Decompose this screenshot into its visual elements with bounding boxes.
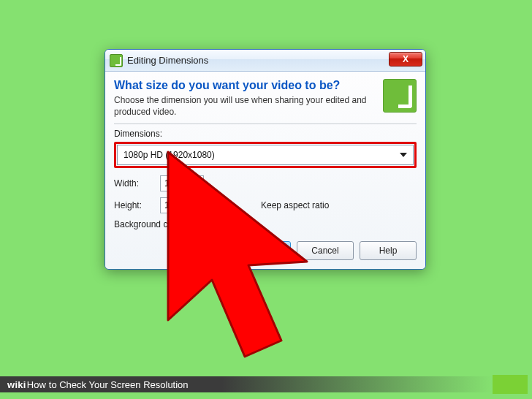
dialog-body: What size do you want your video to be? … <box>105 72 425 269</box>
dialog-heading: What size do you want your video to be? <box>114 79 376 92</box>
height-input[interactable] <box>160 197 204 213</box>
wikihow-banner: wikiHow to Check Your Screen Resolution <box>0 374 532 395</box>
width-label: Width: <box>114 178 154 189</box>
chevron-down-icon <box>400 153 407 157</box>
brand-how: How <box>27 379 46 390</box>
close-icon: X <box>403 54 408 64</box>
height-label: Height: <box>114 200 154 210</box>
dimensions-selected: 1080p HD (1920x1080) <box>123 150 215 160</box>
dimensions-highlight: 1080p HD (1920x1080) <box>114 142 417 168</box>
dimensions-label: Dimensions: <box>114 129 417 139</box>
cancel-button[interactable]: Cancel <box>297 241 354 260</box>
divider <box>114 123 417 124</box>
window-title: Editing Dimensions <box>127 55 208 66</box>
width-input[interactable] <box>160 175 204 191</box>
dialog-subheading: Choose the dimension you will use when s… <box>114 94 376 118</box>
ok-button[interactable]: OK <box>234 241 291 260</box>
camtasia-logo-icon <box>383 79 417 113</box>
camtasia-icon <box>110 54 123 67</box>
help-button[interactable]: Help <box>360 241 417 260</box>
background-color-label: Background color: <box>114 219 185 229</box>
dimensions-dropdown[interactable]: 1080p HD (1920x1080) <box>117 145 414 165</box>
close-button[interactable]: X <box>389 52 422 66</box>
editing-dimensions-dialog: Editing Dimensions X What size do you wa… <box>104 49 426 270</box>
banner-accent <box>493 375 528 394</box>
keep-aspect-label: Keep aspect ratio <box>261 200 329 210</box>
brand-wiki: wiki <box>7 379 26 390</box>
titlebar[interactable]: Editing Dimensions X <box>105 50 425 72</box>
button-row: OK Cancel Help <box>114 241 417 260</box>
article-title: to Check Your Screen Resolution <box>49 379 189 390</box>
